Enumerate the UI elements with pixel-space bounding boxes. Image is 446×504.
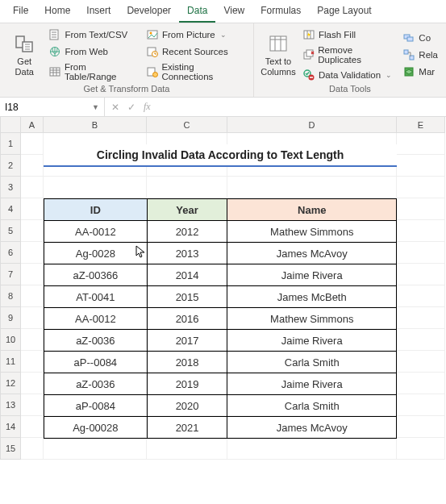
cell-id[interactable]: AT-0041 <box>44 286 148 308</box>
sheet-title: Circling Invalid Data According to Text … <box>44 144 397 167</box>
svg-rect-19 <box>404 50 408 54</box>
cell-id[interactable]: aP-0084 <box>44 395 148 417</box>
tab-view[interactable]: View <box>215 0 252 23</box>
table-row: Ag-000282021James McAvoy <box>44 417 397 439</box>
data-validation-button[interactable]: Data Validation⌄ <box>301 68 396 82</box>
header-name[interactable]: Name <box>227 199 397 221</box>
name-box-input[interactable] <box>5 102 69 113</box>
cell-name[interactable]: Jaime Rivera <box>227 264 397 286</box>
row-header[interactable]: 5 <box>0 220 21 242</box>
recent-icon <box>146 45 159 58</box>
consolidate-icon <box>402 31 415 44</box>
flash-fill-button[interactable]: Flash Fill <box>301 27 396 42</box>
cell-id[interactable]: aZ-00366 <box>44 264 148 286</box>
cell-year[interactable]: 2020 <box>147 395 227 417</box>
text-csv-icon <box>48 28 61 41</box>
row-header[interactable]: 8 <box>0 285 21 307</box>
enter-icon[interactable]: ✓ <box>127 102 135 113</box>
row-header[interactable]: 6 <box>0 242 21 264</box>
remove-duplicates-button[interactable]: Remove Duplicates <box>301 44 396 65</box>
header-year[interactable]: Year <box>147 199 227 221</box>
name-box-dropdown-icon[interactable]: ▼ <box>92 103 99 111</box>
ribbon: Get Data From Text/CSV From Web From Tab… <box>0 23 446 98</box>
cell-name[interactable]: Carla Smith <box>227 395 397 417</box>
text-to-columns-button[interactable]: Text to Columns <box>261 27 296 82</box>
fx-icon[interactable]: fx <box>144 101 151 113</box>
cell-name[interactable]: James McAvoy <box>227 243 397 264</box>
cell-year[interactable]: 2021 <box>147 417 227 439</box>
tab-developer[interactable]: Developer <box>119 0 179 23</box>
from-picture-button[interactable]: From Picture⌄ <box>144 27 247 42</box>
cell-name[interactable]: Mathew Simmons <box>227 308 397 330</box>
text-to-columns-icon <box>267 32 290 55</box>
row-header[interactable]: 10 <box>0 329 21 351</box>
cell-year[interactable]: 2019 <box>147 373 227 395</box>
row-header[interactable]: 4 <box>0 198 21 220</box>
consolidate-button[interactable]: Co <box>401 31 440 45</box>
cell-year[interactable]: 2012 <box>147 221 227 243</box>
cell-name[interactable]: James McBeth <box>227 286 397 308</box>
svg-rect-18 <box>407 37 413 41</box>
cell-name[interactable]: Jaime Rivera <box>227 330 397 352</box>
existing-connections-button[interactable]: Existing Connections <box>144 61 247 82</box>
flash-fill-icon <box>302 28 315 41</box>
row-header[interactable]: 11 <box>0 351 21 373</box>
cell-year[interactable]: 2015 <box>147 286 227 308</box>
data-table: ID Year Name AA-00122012Mathew Simmons A… <box>44 198 397 439</box>
cell-id[interactable]: aP--0084 <box>44 352 148 373</box>
cell-name[interactable]: Carla Smith <box>227 352 397 373</box>
row-header[interactable]: 13 <box>0 394 21 416</box>
tab-pagelayout[interactable]: Page Layout <box>309 0 379 23</box>
from-table-range-button[interactable]: From Table/Range <box>47 61 139 82</box>
from-web-button[interactable]: From Web <box>47 44 139 59</box>
get-data-icon <box>13 32 35 55</box>
relationships-button[interactable]: Rela <box>401 48 440 62</box>
cell-year[interactable]: 2017 <box>147 330 227 352</box>
get-data-button[interactable]: Get Data <box>6 27 42 82</box>
tab-formulas[interactable]: Formulas <box>252 0 309 23</box>
cell-name[interactable]: Mathew Simmons <box>227 221 397 243</box>
tab-home[interactable]: Home <box>36 0 78 23</box>
cell-id[interactable]: AA-0012 <box>44 221 148 243</box>
cell-id[interactable]: Ag-00028 <box>44 417 148 439</box>
col-header[interactable]: A <box>21 117 44 133</box>
remove-duplicates-icon <box>302 48 315 61</box>
cell-name[interactable]: James McAvoy <box>227 417 397 439</box>
row-header[interactable]: 12 <box>0 373 21 394</box>
menubar: File Home Insert Developer Data View For… <box>0 0 446 23</box>
row-header[interactable]: 7 <box>0 264 21 285</box>
manage-data-model-button[interactable]: Mar <box>401 65 440 79</box>
row-header[interactable]: 1 <box>0 133 21 155</box>
col-header[interactable]: B <box>44 117 147 133</box>
cell-year[interactable]: 2018 <box>147 352 227 373</box>
cell-id[interactable]: AA-0012 <box>44 308 148 330</box>
name-box[interactable]: ▼ <box>0 98 105 116</box>
row-header[interactable]: 9 <box>0 307 21 329</box>
grid-area[interactable]: // placeholder script position – actual … <box>21 133 446 460</box>
cell-name[interactable]: Jaime Rivera <box>227 373 397 395</box>
cell-year[interactable]: 2014 <box>147 264 227 286</box>
cell-year[interactable]: 2013 <box>147 243 227 264</box>
tab-insert[interactable]: Insert <box>78 0 119 23</box>
cell-id[interactable]: aZ-0036 <box>44 373 148 395</box>
cell-id[interactable]: aZ-0036 <box>44 330 148 352</box>
cancel-icon[interactable]: ✕ <box>111 102 119 113</box>
row-header[interactable]: 3 <box>0 177 21 198</box>
svg-point-6 <box>149 31 152 34</box>
row-header[interactable]: 14 <box>0 416 21 438</box>
cell-year[interactable]: 2016 <box>147 308 227 330</box>
get-data-label: Get Data <box>15 56 34 76</box>
tab-data[interactable]: Data <box>179 0 215 23</box>
header-id[interactable]: ID <box>44 199 148 221</box>
tab-file[interactable]: File <box>5 0 36 23</box>
table-range-icon <box>48 65 60 78</box>
col-header[interactable]: D <box>227 117 397 133</box>
from-text-csv-button[interactable]: From Text/CSV <box>47 27 139 42</box>
recent-sources-button[interactable]: Recent Sources <box>144 44 247 59</box>
col-header[interactable]: C <box>147 117 227 133</box>
col-header[interactable]: E <box>397 117 445 133</box>
cell-id[interactable]: Ag-0028 <box>44 243 148 264</box>
row-header[interactable]: 2 <box>0 155 21 177</box>
select-all-corner[interactable] <box>0 117 21 133</box>
row-header[interactable]: 15 <box>0 438 21 460</box>
